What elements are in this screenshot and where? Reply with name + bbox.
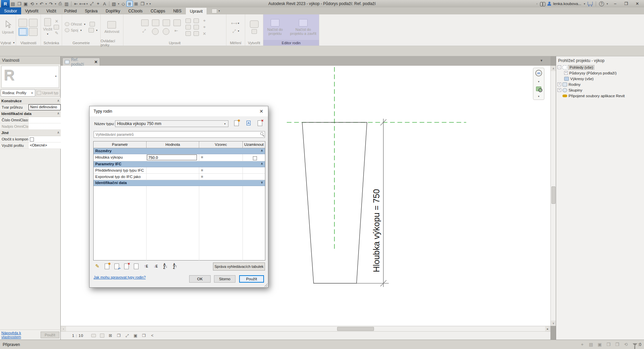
depth-value-input[interactable] — [147, 155, 197, 160]
tree-item-vykresy[interactable]: Výkresy (vše) — [557, 76, 644, 81]
edit-type-button[interactable]: Upravit typ — [36, 89, 60, 97]
view-tab-close-icon[interactable]: ✕ — [94, 60, 98, 64]
family-types-icon[interactable] — [29, 28, 38, 36]
undo-dropdown-icon[interactable]: ▾ — [45, 2, 48, 5]
mirror-axis-icon[interactable] — [173, 19, 181, 26]
aligned-dimension-icon[interactable]: ⟷ — [79, 1, 86, 7]
group-expand-icon[interactable]: ∨ — [261, 181, 263, 186]
param-formula[interactable]: = — [199, 174, 243, 180]
delete-parameter-icon[interactable]: ✕ — [123, 263, 130, 270]
tree-item-pohledy[interactable]: − Pohledy (vše) — [557, 64, 644, 70]
panel-label-vybrat[interactable]: Vybrat▾ — [0, 40, 16, 46]
horizontal-scrollbar[interactable]: ‹ ► — [61, 326, 550, 331]
section-icon[interactable]: ◇ — [120, 1, 126, 7]
zoom-region-icon[interactable] — [536, 86, 541, 91]
activate-controls-button[interactable]: Aktivovat — [104, 21, 119, 34]
join-dropdown-icon[interactable]: ▾ — [79, 29, 83, 32]
vybrat-dropdown-icon[interactable]: ▾ — [12, 41, 15, 44]
type-name-combo[interactable]: Hloubka výkopu 750 mm ▾ — [115, 120, 228, 127]
ribbon-display-toggle[interactable]: ▾ — [210, 7, 223, 14]
section-konstrukce[interactable]: Konstrukce∧ — [0, 98, 61, 104]
cancel-button[interactable]: Storno — [214, 275, 235, 283]
section-collapse-icon[interactable]: ∧ — [57, 131, 59, 136]
project-browser-title[interactable]: Prohlížeč projektu - výkop — [556, 56, 644, 64]
tree-item-pudorysy[interactable]: + Půdorysy (Půdorys podlaží) — [557, 70, 644, 76]
tree-item-skupiny[interactable]: + Skupiny — [557, 87, 644, 93]
temporary-hide-isolate-icon[interactable]: ⊠ — [108, 333, 113, 338]
redo-icon[interactable]: ↷ — [48, 1, 54, 7]
col-vzorec[interactable]: Vzorec — [199, 141, 243, 148]
switch-windows-icon[interactable]: ❐ — [139, 1, 146, 7]
delete-type-button[interactable]: ✕ — [256, 119, 264, 127]
vertical-scroll-thumb[interactable] — [551, 186, 555, 204]
expand-box-icon[interactable]: + — [564, 71, 568, 75]
tab-doplnky[interactable]: Doplňky — [102, 7, 124, 14]
tag-icon[interactable]: ⌖ — [95, 1, 101, 7]
sort-descending-icon[interactable]: AZ↑ — [171, 263, 179, 270]
family-category-icon[interactable] — [29, 19, 38, 27]
dimension-button[interactable]: ⤢▾ — [231, 28, 240, 34]
tab-soubor[interactable]: Soubor — [0, 7, 21, 14]
measure-dropdown-icon[interactable]: ▾ — [237, 22, 240, 25]
copy-icon[interactable] — [54, 25, 59, 30]
match-properties-icon[interactable]: ✎ — [54, 31, 59, 36]
group-parametry-ifc[interactable]: Parametry IFC∧ — [94, 161, 265, 167]
search-icon[interactable] — [540, 2, 545, 6]
new-parameter-icon[interactable]: ✱ — [103, 263, 111, 270]
tab-pohled[interactable]: Pohled — [60, 7, 81, 14]
join-geometry-button[interactable]: Spoj▾ ▾ — [65, 28, 98, 33]
open-icon[interactable]: ❒ — [16, 1, 22, 7]
customize-qat-icon[interactable]: ▾ — [149, 2, 152, 5]
scroll-right-icon[interactable]: ► — [545, 326, 550, 332]
create-group-icon[interactable] — [250, 20, 259, 28]
lock-checkbox[interactable] — [253, 156, 257, 160]
section-collapse-icon[interactable]: ∧ — [57, 99, 59, 104]
view-control-collapse-icon[interactable]: < — [150, 333, 155, 338]
tab-cctools[interactable]: CCtools — [124, 7, 147, 14]
copy-parameter-icon[interactable] — [132, 263, 140, 270]
group-rozmery[interactable]: Rozměry∧ — [94, 148, 265, 154]
text-icon[interactable]: A — [101, 1, 108, 7]
delete-icon[interactable]: ✕ — [202, 31, 207, 36]
move-up-icon[interactable]: ↑E — [142, 263, 150, 270]
cut-dropdown-icon[interactable]: ▾ — [83, 23, 86, 26]
prop-value-cislo-omniclass[interactable] — [29, 117, 61, 123]
help-dropdown-icon[interactable]: ▾ — [606, 2, 609, 5]
rename-type-button[interactable]: A — [245, 119, 253, 127]
scroll-left-icon[interactable]: ‹ — [61, 326, 66, 332]
horizontal-scroll-thumb[interactable] — [337, 327, 374, 331]
measure-line-icon[interactable]: ⤢ — [89, 1, 95, 7]
worksharing-icon[interactable]: ⌖ — [579, 342, 586, 347]
steering-wheel-icon[interactable]: 2D — [535, 70, 542, 76]
unjoin-dropdown-icon[interactable]: ▾ — [95, 29, 98, 32]
tree-item-revit-links[interactable]: Připojené soubory aplikace Revit — [557, 93, 644, 99]
sort-ascending-icon[interactable]: AZ↓ — [162, 263, 169, 270]
zoom-dropdown-icon[interactable]: ▾ — [537, 95, 540, 98]
scroll-up-icon[interactable]: ∧ — [551, 66, 556, 71]
dialog-resize-grip[interactable] — [264, 283, 267, 287]
reveal-hidden-elements-icon[interactable]: ❐ — [116, 333, 122, 338]
dimension-tool-dropdown-icon[interactable]: ▾ — [237, 30, 240, 33]
pin-icon[interactable]: ⌖ — [202, 18, 207, 23]
dimension-dropdown-icon[interactable]: ▾ — [86, 2, 89, 5]
array-icon[interactable] — [185, 25, 191, 30]
scale-button[interactable]: 1 : 10 — [72, 334, 84, 338]
exclude-links-icon[interactable]: ❐ — [614, 342, 621, 347]
cope-icon[interactable] — [90, 22, 95, 26]
switch-windows-dropdown-icon[interactable]: ▾ — [146, 2, 149, 5]
selection-settings-icon[interactable]: ⟲ — [623, 342, 629, 347]
new-type-button[interactable]: ✱ — [232, 119, 240, 127]
group-collapse-icon[interactable]: ∧ — [261, 162, 263, 167]
sync-icon[interactable]: ⟲ — [29, 1, 35, 7]
apply-button[interactable]: Použít — [239, 275, 264, 283]
redo-dropdown-icon[interactable]: ▾ — [54, 2, 57, 5]
paste-button[interactable]: Vložit▾ — [43, 18, 52, 36]
view-tab-ref-podlazi[interactable]: Ref. podlaží ✕ — [62, 58, 100, 66]
cut-geometry-button[interactable]: Ořezat▾ — [65, 22, 95, 26]
unjoin-icon[interactable] — [89, 28, 94, 33]
tab-nbs[interactable]: NBS — [169, 7, 185, 14]
move-down-icon[interactable]: ↓E — [152, 263, 159, 270]
param-name[interactable]: Předdefinovaný typ typu IFC — [94, 167, 147, 173]
print-icon[interactable]: ⎙ — [57, 1, 63, 7]
family-selector[interactable]: Rodina: Profily▾ — [1, 89, 35, 97]
